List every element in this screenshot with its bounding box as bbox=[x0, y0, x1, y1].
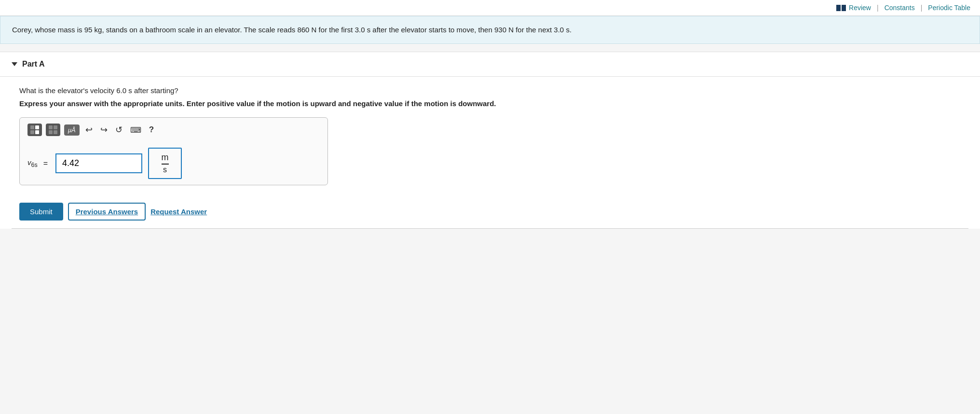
chevron-down-icon[interactable] bbox=[12, 62, 17, 66]
top-bar: Review | Constants | Periodic Table bbox=[0, 0, 980, 16]
review-icon bbox=[836, 5, 846, 11]
separator-2: | bbox=[921, 4, 923, 12]
question-text: What is the elevator's velocity 6.0 s af… bbox=[19, 86, 961, 95]
undo-button[interactable]: ↩ bbox=[83, 124, 95, 136]
variable-label: v6s bbox=[27, 158, 38, 168]
unit-fraction: m s bbox=[162, 152, 169, 174]
constants-link[interactable]: Constants bbox=[885, 4, 915, 12]
answer-input-box: μÅ ↩ ↪ ↺ ⌨ ? v6s = bbox=[19, 117, 328, 185]
submit-button[interactable]: Submit bbox=[19, 203, 63, 221]
action-row: Submit Previous Answers Request Answer bbox=[0, 195, 980, 228]
question-area: What is the elevator's velocity 6.0 s af… bbox=[0, 77, 980, 195]
problem-text: Corey, whose mass is 95 kg, stands on a … bbox=[12, 26, 572, 34]
variable-subscript: 6s bbox=[31, 162, 38, 168]
help-button[interactable]: ? bbox=[147, 124, 156, 136]
periodic-table-label: Periodic Table bbox=[928, 4, 970, 12]
keyboard-button[interactable]: ⌨ bbox=[128, 124, 143, 136]
matrix-icon-1 bbox=[30, 125, 39, 134]
redo-button[interactable]: ↪ bbox=[98, 124, 109, 136]
value-input[interactable] bbox=[55, 153, 142, 173]
matrix-button-2[interactable] bbox=[46, 124, 60, 136]
reset-button[interactable]: ↺ bbox=[113, 124, 124, 136]
mu-button[interactable]: μÅ bbox=[64, 124, 80, 136]
mu-label: μÅ bbox=[68, 126, 76, 134]
previous-answers-button[interactable]: Previous Answers bbox=[68, 203, 146, 221]
periodic-table-link[interactable]: Periodic Table bbox=[928, 4, 970, 12]
problem-banner: Corey, whose mass is 95 kg, stands on a … bbox=[0, 16, 980, 44]
matrix-button-1[interactable] bbox=[27, 124, 42, 136]
unit-box: m s bbox=[148, 148, 182, 179]
part-a-header: Part A bbox=[0, 52, 980, 77]
equals-sign: = bbox=[43, 159, 48, 168]
request-answer-button[interactable]: Request Answer bbox=[150, 207, 207, 216]
main-content: Part A What is the elevator's velocity 6… bbox=[0, 52, 980, 229]
input-row: v6s = m s bbox=[27, 148, 320, 179]
separator-1: | bbox=[877, 4, 879, 12]
matrix-icon-2 bbox=[49, 125, 57, 134]
part-a-title: Part A bbox=[22, 60, 45, 69]
instruction-text: Express your answer with the appropriate… bbox=[19, 99, 961, 108]
constants-label: Constants bbox=[885, 4, 915, 12]
bottom-divider bbox=[12, 228, 968, 229]
toolbar: μÅ ↩ ↪ ↺ ⌨ ? bbox=[27, 124, 320, 140]
unit-denominator: s bbox=[163, 165, 167, 174]
review-link[interactable]: Review bbox=[836, 4, 871, 12]
unit-numerator: m bbox=[162, 152, 169, 165]
review-label: Review bbox=[849, 4, 871, 12]
